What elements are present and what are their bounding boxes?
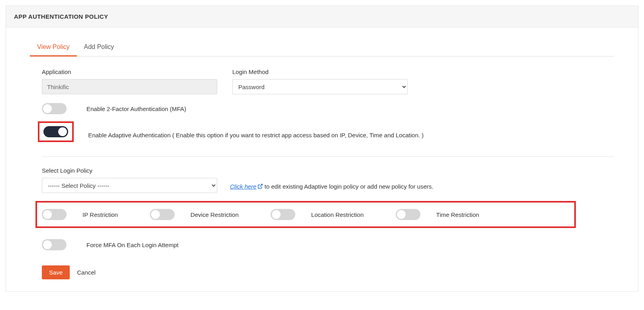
external-link-icon: [257, 183, 263, 189]
action-buttons: Save Cancel: [42, 265, 614, 279]
location-restriction-toggle[interactable]: [271, 209, 295, 220]
force-mfa-label: Force MFA On Each Login Attempt: [86, 242, 179, 248]
divider: [42, 156, 614, 157]
panel-body: View Policy Add Policy Application Login…: [6, 27, 638, 291]
location-restriction-item: Location Restriction: [271, 209, 364, 220]
click-here-link[interactable]: Click here: [230, 183, 263, 190]
select-policy-label: Select Login Policy: [42, 167, 614, 174]
panel-title: APP AUTHENTICATION POLICY: [6, 6, 638, 27]
ip-restriction-toggle[interactable]: [42, 209, 67, 220]
ip-restriction-item: IP Restriction: [42, 209, 118, 220]
force-mfa-row: Force MFA On Each Login Attempt: [42, 236, 614, 253]
device-restriction-item: Device Restriction: [150, 209, 239, 220]
login-method-label: Login Method: [232, 68, 408, 75]
mfa-toggle-label: Enable 2-Factor Authentication (MFA): [86, 105, 186, 112]
application-label: Application: [42, 68, 217, 75]
policy-row: ------ Select Policy ------ Click here t…: [42, 178, 614, 193]
tab-add-policy[interactable]: Add Policy: [77, 39, 122, 57]
adaptive-toggle-label: Enable Adaptive Authentication ( Enable …: [88, 132, 424, 138]
app-login-row: Application Login Method Password: [42, 68, 614, 94]
adaptive-highlight: [38, 121, 74, 142]
device-restriction-label: Device Restriction: [190, 211, 239, 218]
time-restriction-item: Time Restriction: [396, 209, 479, 220]
restrictions-highlight: IP Restriction Device Restriction Locati…: [35, 201, 576, 228]
login-method-field-group: Login Method Password: [232, 68, 408, 94]
application-input: [42, 79, 217, 94]
location-restriction-label: Location Restriction: [311, 211, 364, 218]
auth-policy-panel: APP AUTHENTICATION POLICY View Policy Ad…: [6, 6, 638, 292]
login-method-select[interactable]: Password: [232, 79, 408, 94]
save-button[interactable]: Save: [42, 265, 70, 279]
time-restriction-toggle[interactable]: [396, 209, 420, 220]
time-restriction-label: Time Restriction: [436, 211, 479, 218]
adaptive-toggle[interactable]: [43, 126, 68, 137]
mfa-toggle-row: Enable 2-Factor Authentication (MFA): [42, 100, 614, 117]
svg-line-0: [260, 184, 262, 187]
tabs: View Policy Add Policy: [30, 39, 614, 57]
tab-view-policy[interactable]: View Policy: [30, 39, 77, 57]
select-policy-dropdown[interactable]: ------ Select Policy ------: [42, 178, 217, 193]
cancel-button[interactable]: Cancel: [77, 269, 96, 276]
application-field-group: Application: [42, 68, 217, 94]
ip-restriction-label: IP Restriction: [82, 211, 118, 218]
mfa-toggle[interactable]: [42, 103, 67, 114]
force-mfa-toggle[interactable]: [42, 239, 67, 250]
device-restriction-toggle[interactable]: [150, 209, 175, 220]
policy-hint: Click here to edit existing Adaptive log…: [230, 183, 433, 193]
policy-hint-text: to edit existing Adaptive login policy o…: [263, 183, 434, 190]
